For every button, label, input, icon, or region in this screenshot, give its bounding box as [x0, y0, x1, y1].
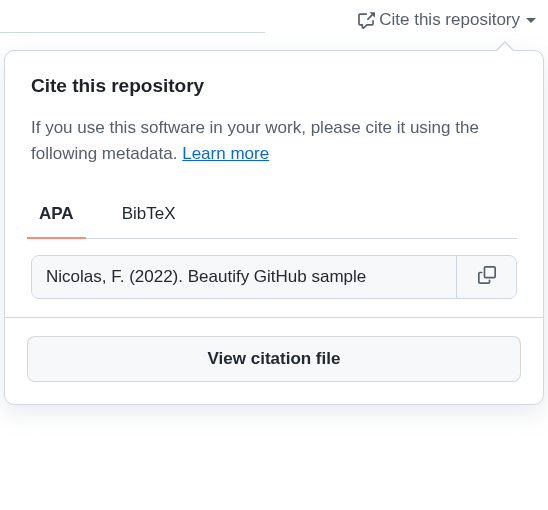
cite-repository-trigger[interactable]: Cite this repository [357, 10, 536, 30]
chevron-down-icon [526, 18, 536, 23]
divider [0, 32, 265, 33]
citation-text[interactable]: Nicolas, F. (2022). Beautify GitHub samp… [32, 256, 456, 298]
topbar: Cite this repository [0, 0, 548, 40]
citation-row: Nicolas, F. (2022). Beautify GitHub samp… [31, 255, 517, 299]
citation-format-tabs: APA BibTeX [31, 194, 517, 239]
popover-footer: View citation file [5, 317, 543, 404]
copy-icon [478, 266, 496, 288]
view-citation-file-button[interactable]: View citation file [27, 336, 521, 382]
popover-title: Cite this repository [31, 75, 517, 97]
copy-citation-button[interactable] [456, 256, 516, 298]
tab-label: BibTeX [122, 204, 176, 223]
cite-repository-trigger-label: Cite this repository [379, 10, 520, 30]
learn-more-link[interactable]: Learn more [182, 144, 269, 163]
popover-description: If you use this software in your work, p… [31, 115, 517, 168]
cross-reference-icon [357, 11, 375, 29]
tab-apa[interactable]: APA [31, 194, 82, 238]
popover-body: Cite this repository If you use this sof… [5, 51, 543, 317]
tab-bibtex[interactable]: BibTeX [114, 194, 184, 238]
tab-label: APA [39, 204, 74, 223]
cite-repository-popover: Cite this repository If you use this sof… [4, 50, 544, 405]
